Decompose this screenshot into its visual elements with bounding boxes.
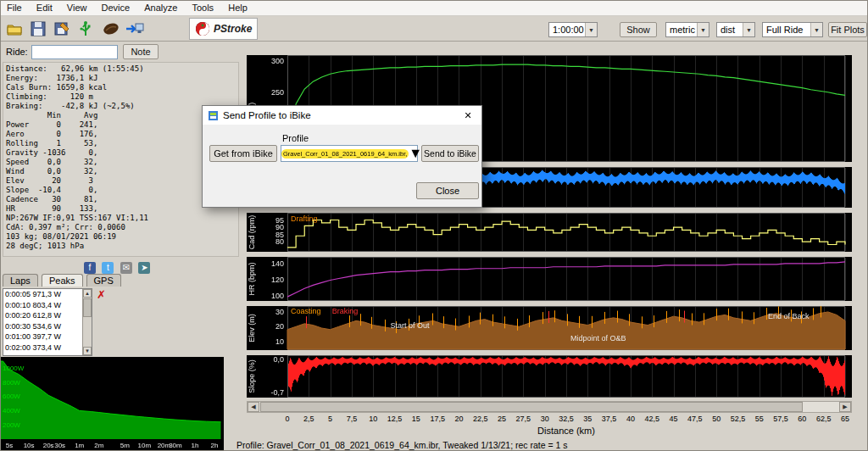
menu-tools[interactable]: Tools — [186, 1, 220, 14]
x-axis-tick: 50 — [712, 415, 721, 423]
range-select[interactable]: Full Ride▼ — [762, 22, 823, 37]
x-axis-tick: 12,5 — [387, 415, 403, 423]
peaks-list: 0:00:05 971,3 W 0:00:10 803,4 W 0:00:20 … — [3, 288, 92, 356]
ride-label: Ride: — [6, 47, 28, 57]
status-text: Profile: Gravel_Corr_01_08_2021_0619_64_… — [236, 440, 568, 450]
x-axis-tick: 60 — [798, 415, 806, 423]
logo-text: PStroke — [214, 23, 252, 35]
x-axis-tick: 15 — [412, 415, 420, 423]
share-icons: f t ✉ ➤ — [84, 259, 153, 274]
dialog-title-bar[interactable]: Send Profile to iBike ✕ — [203, 106, 481, 125]
send-to-ibike-button[interactable]: Send to iBike — [421, 145, 479, 162]
scroll-down-icon[interactable]: ▼ — [83, 347, 92, 355]
scroll-left-icon[interactable]: ◀ — [248, 402, 259, 412]
app-window: File Edit View Device Analyze Tools Help… — [0, 0, 868, 451]
power-duration-chart[interactable] — [1, 357, 224, 450]
tab-peaks[interactable]: Peaks — [42, 274, 83, 287]
fit-plots-button[interactable]: Fit Plots — [828, 22, 867, 37]
x-axis-tick: 45 — [670, 415, 678, 423]
x-axis-tick: 25 — [498, 415, 506, 423]
menu-bar: File Edit View Device Analyze Tools Help — [1, 1, 868, 16]
x-axis-tick: 0 — [285, 415, 289, 423]
menu-device[interactable]: Device — [96, 1, 136, 14]
send-to-device-icon[interactable] — [125, 19, 145, 39]
profile-label: Profile — [282, 133, 309, 143]
pstroke-swirl-icon — [195, 21, 210, 36]
toolbar: PStroke 1:00:00▼ Show metric▼ dist▼ Full… — [1, 16, 868, 42]
share-icon[interactable]: ➤ — [138, 262, 150, 274]
note-button[interactable]: Note — [123, 44, 159, 59]
close-peaks-icon[interactable]: ✗ — [97, 289, 106, 300]
list-item[interactable]: 0:00:30 534,6 W — [3, 321, 92, 332]
save-icon[interactable] — [28, 19, 48, 39]
menu-analyze[interactable]: Analyze — [138, 1, 183, 14]
x-axis-tick: 32,5 — [559, 415, 574, 423]
time-window-select[interactable]: 1:00:00▼ — [548, 22, 598, 37]
list-item[interactable]: 0:00:10 803,4 W — [3, 300, 92, 311]
dialog-close-button[interactable]: Close — [416, 182, 479, 199]
x-axis-tick: 5 — [328, 415, 332, 423]
x-axis-tick: 35 — [583, 415, 592, 423]
units-select[interactable]: metric▼ — [665, 22, 709, 37]
dialog-close-icon[interactable]: ✕ — [454, 106, 481, 125]
x-axis-tick: 37,5 — [602, 415, 617, 423]
scrollbar-thumb[interactable] — [260, 402, 803, 412]
x-axis-tick: 65 — [841, 415, 849, 423]
get-from-ibike-button[interactable]: Get from iBike — [209, 145, 277, 162]
x-axis-tick: 2,5 — [303, 415, 314, 423]
tab-laps[interactable]: Laps — [3, 274, 38, 287]
profile-value: Gravel_Corr_01_08_2021_0619_64_km.ibr, — [281, 149, 409, 159]
menu-view[interactable]: View — [61, 1, 93, 14]
cadence-plot[interactable] — [247, 213, 852, 252]
horizontal-scrollbar[interactable]: ◀ ▶ — [247, 401, 852, 413]
x-axis-tick: 7,5 — [347, 415, 358, 423]
dialog-app-icon — [208, 110, 219, 121]
list-item[interactable]: 0:00:20 612,8 W — [3, 310, 92, 321]
chevron-down-icon: ▼ — [585, 23, 597, 36]
send-profile-dialog: Send Profile to iBike ✕ Profile Get from… — [202, 105, 482, 208]
menu-file[interactable]: File — [1, 1, 28, 14]
x-axis-tick: 62,5 — [816, 415, 832, 423]
peaks-scrollbar[interactable]: ▲ ▼ — [82, 289, 92, 355]
x-axis-tick: 27,5 — [516, 415, 531, 423]
list-item[interactable]: 0:01:00 397,7 W — [3, 331, 92, 342]
list-item[interactable]: 0:00:05 971,3 W — [3, 289, 92, 300]
chart-area: ◀ ▶ 02,557,51012,51517,52022,52527,53032… — [242, 42, 868, 440]
tab-gps[interactable]: GPS — [86, 274, 121, 287]
x-axis-tick: 30 — [541, 415, 549, 423]
bean-icon[interactable] — [101, 19, 121, 39]
x-axis-tick: 22,5 — [473, 415, 488, 423]
ride-name-input[interactable] — [31, 45, 118, 59]
scrollbar-thumb[interactable] — [83, 298, 92, 317]
dialog-title: Send Profile to iBike — [223, 110, 311, 120]
x-axis-tick: 55 — [755, 415, 764, 423]
email-icon[interactable]: ✉ — [120, 262, 132, 274]
chevron-down-icon: ▼ — [810, 23, 822, 36]
x-axis-tick: 47,5 — [687, 415, 703, 423]
x-axis-label: Distance (km) — [287, 426, 845, 436]
scroll-up-icon[interactable]: ▲ — [83, 289, 92, 298]
list-item[interactable]: 0:02:00 373,4 W — [3, 342, 92, 354]
profile-combobox[interactable]: Gravel_Corr_01_08_2021_0619_64_km.ibr, ▼ — [281, 145, 418, 162]
usb-device-icon[interactable] — [75, 19, 96, 39]
elevation-plot[interactable] — [247, 306, 852, 350]
slope-plot[interactable] — [247, 355, 852, 398]
menu-help[interactable]: Help — [222, 1, 253, 14]
facebook-icon[interactable]: f — [84, 262, 96, 274]
twitter-icon[interactable]: t — [102, 262, 114, 274]
show-button[interactable]: Show — [620, 22, 657, 37]
open-file-icon[interactable] — [4, 19, 25, 39]
pstroke-logo: PStroke — [189, 18, 258, 40]
x-axis-tick-labels: 02,557,51012,51517,52022,52527,53032,535… — [242, 415, 868, 425]
chevron-down-icon: ▼ — [409, 146, 422, 161]
heartrate-plot[interactable] — [247, 257, 852, 301]
left-panel: Ride: Note Distance: 62,96 km (1:55:45) … — [1, 42, 242, 451]
xaxis-mode-select[interactable]: dist▼ — [716, 22, 755, 37]
x-axis-tick: 17,5 — [430, 415, 445, 423]
menu-edit[interactable]: Edit — [31, 1, 58, 14]
chevron-down-icon: ▼ — [697, 23, 709, 36]
scroll-right-icon[interactable]: ▶ — [839, 402, 851, 412]
x-axis-tick: 57,5 — [773, 415, 788, 423]
save-as-icon[interactable] — [52, 19, 72, 39]
x-axis-tick: 40 — [626, 415, 635, 423]
